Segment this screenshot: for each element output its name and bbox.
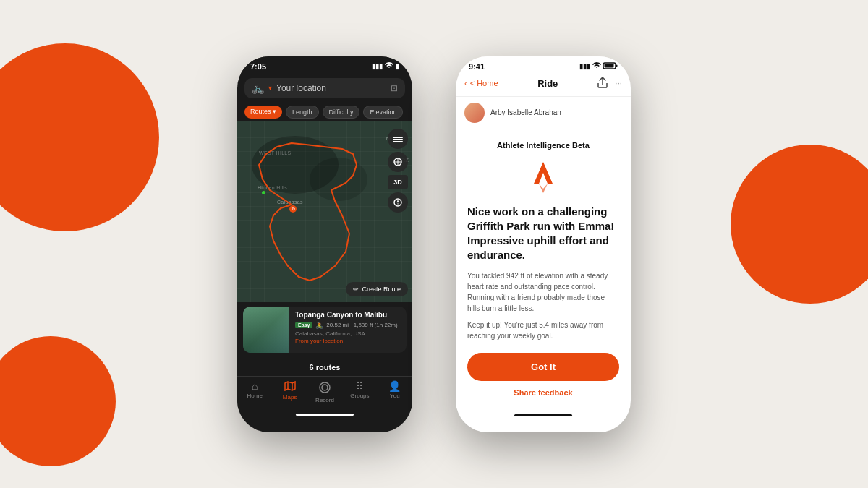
bike-small-icon: 🚴 bbox=[315, 322, 323, 329]
create-route-button[interactable]: ✏ From your location Create Route bbox=[346, 282, 408, 296]
left-search-bar[interactable]: 🚲 ▾ Your location ⊡ bbox=[244, 78, 405, 98]
3d-button[interactable]: 3D bbox=[388, 175, 408, 189]
location-pin: ⚙ bbox=[289, 205, 297, 213]
svg-rect-4 bbox=[393, 141, 403, 142]
got-it-button[interactable]: Got It bbox=[467, 353, 619, 381]
home-nav-icon: ⌂ bbox=[252, 381, 258, 391]
bg-decoration-left-bottom bbox=[0, 336, 116, 466]
home-indicator-left bbox=[296, 414, 354, 416]
maps-nav-icon bbox=[284, 381, 296, 393]
route-location: Calabasas, California, USA bbox=[295, 330, 401, 337]
satellite-button[interactable] bbox=[388, 152, 408, 172]
ai-card: Athlete Intelligence Beta Nice work on a… bbox=[456, 129, 631, 413]
nav-maps[interactable]: Maps bbox=[272, 381, 307, 403]
right-status-bar: 9:41 ▮▮▮ bbox=[456, 56, 631, 74]
nav-home-label: Home bbox=[247, 393, 263, 399]
svg-rect-12 bbox=[616, 64, 618, 67]
groups-nav-icon: ⠿ bbox=[356, 381, 363, 391]
route-svg bbox=[237, 121, 412, 302]
filter-routes[interactable]: Routes ▾ bbox=[244, 106, 282, 119]
nav-groups-label: Groups bbox=[350, 393, 369, 399]
bg-decoration-left-top bbox=[0, 43, 159, 231]
waypoint-dot bbox=[262, 191, 265, 194]
route-card[interactable]: Topanga Canyon to Malibu Easy 🚴 20.52 mi… bbox=[243, 307, 407, 353]
nav-maps-label: Maps bbox=[283, 394, 297, 401]
left-phone: 7:05 ▮▮▮ ▮ 🚲 ▾ Your location ⊡ Routes ▾ … bbox=[237, 56, 412, 432]
left-status-icons: ▮▮▮ ▮ bbox=[372, 62, 399, 71]
left-status-bar: 7:05 ▮▮▮ ▮ bbox=[237, 56, 412, 74]
right-signal-icon: ▮▮▮ bbox=[579, 63, 590, 70]
route-from-location: From your location bbox=[295, 338, 401, 344]
nav-record-label: Record bbox=[315, 397, 334, 403]
difficulty-badge: Easy bbox=[295, 322, 312, 328]
route-card-image bbox=[243, 307, 289, 353]
route-title: Topanga Canyon to Malibu bbox=[295, 311, 401, 320]
user-row: Arby Isabelle Abrahan bbox=[456, 97, 631, 129]
right-status-icons: ▮▮▮ bbox=[579, 62, 618, 71]
signal-icon: ▮▮▮ bbox=[372, 63, 383, 70]
bg-decoration-right bbox=[731, 145, 868, 304]
bookmark-icon: ⊡ bbox=[391, 83, 398, 93]
nav-you[interactable]: 👤 You bbox=[378, 381, 412, 403]
record-nav-icon bbox=[318, 381, 331, 395]
pencil-icon: ✏ bbox=[353, 286, 359, 293]
right-phone: 9:41 ▮▮▮ ‹ < Home Ride ··· Arby Isabelle… bbox=[456, 56, 631, 432]
location-text: Your location bbox=[276, 83, 386, 93]
ai-body-1: You tackled 942 ft of elevation with a s… bbox=[467, 270, 619, 314]
chevron-left-icon: ‹ bbox=[464, 79, 467, 87]
right-nav-bar: ‹ < Home Ride ··· bbox=[456, 74, 631, 97]
route-stats: 20.52 mi · 1,539 ft (1h 22m) bbox=[326, 322, 397, 328]
filter-length[interactable]: Length bbox=[286, 106, 319, 119]
share-feedback-button[interactable]: Share feedback bbox=[467, 381, 619, 404]
svg-marker-14 bbox=[534, 162, 553, 184]
layers-button[interactable] bbox=[388, 129, 408, 149]
route-card-info: Topanga Canyon to Malibu Easy 🚴 20.52 mi… bbox=[289, 307, 407, 353]
svg-point-9 bbox=[320, 382, 330, 393]
svg-marker-8 bbox=[397, 202, 399, 205]
battery-icon: ▮ bbox=[396, 63, 399, 70]
svg-rect-13 bbox=[605, 64, 614, 67]
svg-point-10 bbox=[322, 385, 328, 390]
more-icon[interactable]: ··· bbox=[615, 78, 622, 88]
ai-headline: Nice work on a challenging Griffith Park… bbox=[467, 205, 619, 263]
compass-button[interactable] bbox=[388, 192, 408, 213]
page-title: Ride bbox=[537, 78, 558, 89]
left-time: 7:05 bbox=[250, 62, 266, 71]
filter-elevation[interactable]: Elevation bbox=[363, 106, 403, 119]
filter-row: Routes ▾ Length Difficulty Elevation bbox=[237, 103, 412, 121]
nav-bar-actions: ··· bbox=[597, 77, 622, 90]
home-indicator-right bbox=[514, 414, 572, 416]
share-icon[interactable] bbox=[597, 77, 608, 90]
bike-icon: 🚲 bbox=[252, 82, 264, 94]
nav-home[interactable]: ⌂ Home bbox=[237, 381, 272, 403]
nav-record[interactable]: Record bbox=[307, 381, 342, 403]
map-controls: 3D bbox=[388, 129, 408, 213]
ai-body-2: Keep it up! You're just 5.4 miles away f… bbox=[467, 320, 619, 341]
routes-count: 6 routes bbox=[237, 357, 412, 376]
back-label: < Home bbox=[470, 79, 498, 87]
chevron-down-icon: ▾ bbox=[268, 84, 272, 92]
svg-marker-15 bbox=[539, 184, 548, 193]
nav-groups[interactable]: ⠿ Groups bbox=[342, 381, 377, 403]
svg-rect-2 bbox=[393, 137, 403, 138]
svg-rect-3 bbox=[393, 139, 403, 140]
map-area[interactable]: WEST HILLS Hidden Hills Calabasas ⚙ NORT… bbox=[237, 121, 412, 302]
back-button[interactable]: ‹ < Home bbox=[464, 79, 498, 87]
route-meta: Easy 🚴 20.52 mi · 1,539 ft (1h 22m) bbox=[295, 322, 401, 329]
filter-difficulty[interactable]: Difficulty bbox=[323, 106, 360, 119]
right-battery-icon bbox=[603, 62, 618, 71]
wifi-icon bbox=[385, 62, 393, 71]
nav-you-label: You bbox=[390, 393, 400, 399]
user-name: Arby Isabelle Abrahan bbox=[490, 108, 561, 116]
you-nav-icon: 👤 bbox=[388, 381, 401, 391]
svg-marker-7 bbox=[397, 200, 399, 202]
avatar bbox=[464, 103, 485, 123]
right-time: 9:41 bbox=[469, 62, 485, 71]
ai-card-header: Athlete Intelligence Beta bbox=[467, 141, 619, 150]
svg-point-1 bbox=[310, 158, 367, 201]
right-wifi-icon bbox=[592, 62, 601, 71]
strava-logo bbox=[525, 158, 561, 194]
bottom-nav: ⌂ Home Maps Record ⠿ Groups 👤 You bbox=[237, 376, 412, 411]
